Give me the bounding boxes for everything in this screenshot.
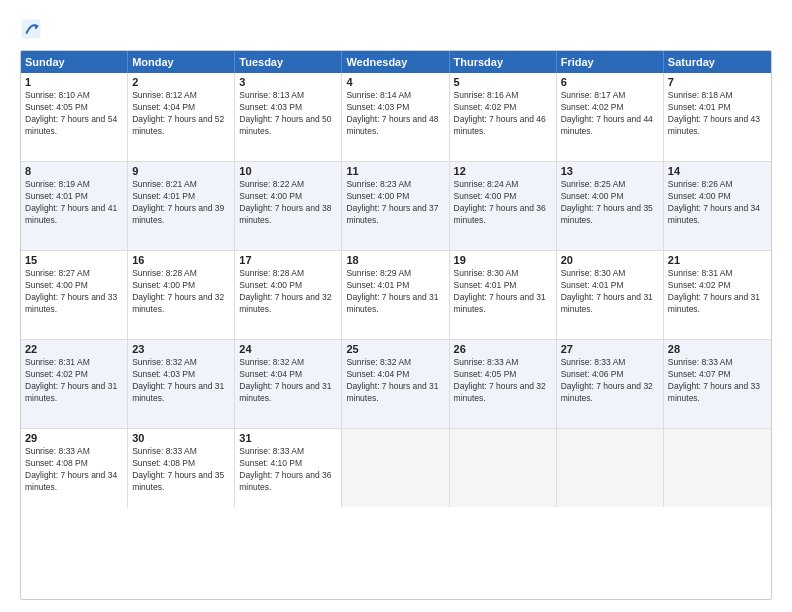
day-number: 16 [132, 254, 230, 266]
day-number: 20 [561, 254, 659, 266]
day-info: Sunrise: 8:33 AMSunset: 4:08 PMDaylight:… [25, 446, 123, 494]
day-cell-15: 15Sunrise: 8:27 AMSunset: 4:00 PMDayligh… [21, 251, 128, 339]
header-cell-monday: Monday [128, 51, 235, 73]
day-info: Sunrise: 8:16 AMSunset: 4:02 PMDaylight:… [454, 90, 552, 138]
logo-icon [20, 18, 42, 40]
calendar-week-5: 29Sunrise: 8:33 AMSunset: 4:08 PMDayligh… [21, 428, 771, 507]
day-number: 7 [668, 76, 767, 88]
day-info: Sunrise: 8:17 AMSunset: 4:02 PMDaylight:… [561, 90, 659, 138]
empty-cell [450, 429, 557, 507]
day-info: Sunrise: 8:14 AMSunset: 4:03 PMDaylight:… [346, 90, 444, 138]
day-info: Sunrise: 8:32 AMSunset: 4:04 PMDaylight:… [239, 357, 337, 405]
day-cell-17: 17Sunrise: 8:28 AMSunset: 4:00 PMDayligh… [235, 251, 342, 339]
empty-cell [557, 429, 664, 507]
header-cell-tuesday: Tuesday [235, 51, 342, 73]
day-cell-18: 18Sunrise: 8:29 AMSunset: 4:01 PMDayligh… [342, 251, 449, 339]
day-info: Sunrise: 8:26 AMSunset: 4:00 PMDaylight:… [668, 179, 767, 227]
day-number: 13 [561, 165, 659, 177]
day-cell-2: 2Sunrise: 8:12 AMSunset: 4:04 PMDaylight… [128, 73, 235, 161]
day-number: 5 [454, 76, 552, 88]
day-cell-10: 10Sunrise: 8:22 AMSunset: 4:00 PMDayligh… [235, 162, 342, 250]
day-info: Sunrise: 8:33 AMSunset: 4:08 PMDaylight:… [132, 446, 230, 494]
day-number: 1 [25, 76, 123, 88]
header-cell-sunday: Sunday [21, 51, 128, 73]
day-number: 17 [239, 254, 337, 266]
header [20, 18, 772, 40]
day-number: 11 [346, 165, 444, 177]
day-number: 6 [561, 76, 659, 88]
day-info: Sunrise: 8:22 AMSunset: 4:00 PMDaylight:… [239, 179, 337, 227]
day-cell-9: 9Sunrise: 8:21 AMSunset: 4:01 PMDaylight… [128, 162, 235, 250]
day-cell-23: 23Sunrise: 8:32 AMSunset: 4:03 PMDayligh… [128, 340, 235, 428]
day-info: Sunrise: 8:33 AMSunset: 4:07 PMDaylight:… [668, 357, 767, 405]
day-cell-5: 5Sunrise: 8:16 AMSunset: 4:02 PMDaylight… [450, 73, 557, 161]
day-cell-4: 4Sunrise: 8:14 AMSunset: 4:03 PMDaylight… [342, 73, 449, 161]
day-number: 10 [239, 165, 337, 177]
day-info: Sunrise: 8:33 AMSunset: 4:06 PMDaylight:… [561, 357, 659, 405]
day-info: Sunrise: 8:18 AMSunset: 4:01 PMDaylight:… [668, 90, 767, 138]
day-cell-29: 29Sunrise: 8:33 AMSunset: 4:08 PMDayligh… [21, 429, 128, 507]
header-cell-thursday: Thursday [450, 51, 557, 73]
day-number: 30 [132, 432, 230, 444]
day-info: Sunrise: 8:12 AMSunset: 4:04 PMDaylight:… [132, 90, 230, 138]
day-number: 18 [346, 254, 444, 266]
day-cell-20: 20Sunrise: 8:30 AMSunset: 4:01 PMDayligh… [557, 251, 664, 339]
calendar-header-row: SundayMondayTuesdayWednesdayThursdayFrid… [21, 51, 771, 73]
day-info: Sunrise: 8:28 AMSunset: 4:00 PMDaylight:… [239, 268, 337, 316]
day-info: Sunrise: 8:30 AMSunset: 4:01 PMDaylight:… [561, 268, 659, 316]
day-number: 31 [239, 432, 337, 444]
day-info: Sunrise: 8:31 AMSunset: 4:02 PMDaylight:… [668, 268, 767, 316]
day-cell-14: 14Sunrise: 8:26 AMSunset: 4:00 PMDayligh… [664, 162, 771, 250]
logo [20, 18, 46, 40]
day-cell-6: 6Sunrise: 8:17 AMSunset: 4:02 PMDaylight… [557, 73, 664, 161]
day-info: Sunrise: 8:27 AMSunset: 4:00 PMDaylight:… [25, 268, 123, 316]
day-cell-27: 27Sunrise: 8:33 AMSunset: 4:06 PMDayligh… [557, 340, 664, 428]
day-info: Sunrise: 8:28 AMSunset: 4:00 PMDaylight:… [132, 268, 230, 316]
day-cell-12: 12Sunrise: 8:24 AMSunset: 4:00 PMDayligh… [450, 162, 557, 250]
day-info: Sunrise: 8:21 AMSunset: 4:01 PMDaylight:… [132, 179, 230, 227]
calendar-week-2: 8Sunrise: 8:19 AMSunset: 4:01 PMDaylight… [21, 161, 771, 250]
day-info: Sunrise: 8:24 AMSunset: 4:00 PMDaylight:… [454, 179, 552, 227]
day-info: Sunrise: 8:10 AMSunset: 4:05 PMDaylight:… [25, 90, 123, 138]
day-cell-1: 1Sunrise: 8:10 AMSunset: 4:05 PMDaylight… [21, 73, 128, 161]
day-cell-25: 25Sunrise: 8:32 AMSunset: 4:04 PMDayligh… [342, 340, 449, 428]
day-info: Sunrise: 8:31 AMSunset: 4:02 PMDaylight:… [25, 357, 123, 405]
empty-cell [342, 429, 449, 507]
day-cell-21: 21Sunrise: 8:31 AMSunset: 4:02 PMDayligh… [664, 251, 771, 339]
day-number: 12 [454, 165, 552, 177]
day-cell-26: 26Sunrise: 8:33 AMSunset: 4:05 PMDayligh… [450, 340, 557, 428]
day-number: 21 [668, 254, 767, 266]
day-info: Sunrise: 8:23 AMSunset: 4:00 PMDaylight:… [346, 179, 444, 227]
page: SundayMondayTuesdayWednesdayThursdayFrid… [0, 0, 792, 612]
day-cell-13: 13Sunrise: 8:25 AMSunset: 4:00 PMDayligh… [557, 162, 664, 250]
day-cell-19: 19Sunrise: 8:30 AMSunset: 4:01 PMDayligh… [450, 251, 557, 339]
day-number: 24 [239, 343, 337, 355]
day-cell-8: 8Sunrise: 8:19 AMSunset: 4:01 PMDaylight… [21, 162, 128, 250]
day-number: 19 [454, 254, 552, 266]
day-number: 27 [561, 343, 659, 355]
day-number: 4 [346, 76, 444, 88]
day-number: 14 [668, 165, 767, 177]
day-cell-24: 24Sunrise: 8:32 AMSunset: 4:04 PMDayligh… [235, 340, 342, 428]
day-info: Sunrise: 8:25 AMSunset: 4:00 PMDaylight:… [561, 179, 659, 227]
day-info: Sunrise: 8:29 AMSunset: 4:01 PMDaylight:… [346, 268, 444, 316]
day-number: 23 [132, 343, 230, 355]
day-info: Sunrise: 8:33 AMSunset: 4:10 PMDaylight:… [239, 446, 337, 494]
day-info: Sunrise: 8:30 AMSunset: 4:01 PMDaylight:… [454, 268, 552, 316]
day-info: Sunrise: 8:33 AMSunset: 4:05 PMDaylight:… [454, 357, 552, 405]
day-cell-7: 7Sunrise: 8:18 AMSunset: 4:01 PMDaylight… [664, 73, 771, 161]
empty-cell [664, 429, 771, 507]
svg-rect-0 [22, 20, 41, 39]
day-cell-16: 16Sunrise: 8:28 AMSunset: 4:00 PMDayligh… [128, 251, 235, 339]
day-cell-11: 11Sunrise: 8:23 AMSunset: 4:00 PMDayligh… [342, 162, 449, 250]
day-number: 15 [25, 254, 123, 266]
day-cell-30: 30Sunrise: 8:33 AMSunset: 4:08 PMDayligh… [128, 429, 235, 507]
calendar-week-1: 1Sunrise: 8:10 AMSunset: 4:05 PMDaylight… [21, 73, 771, 161]
calendar-week-4: 22Sunrise: 8:31 AMSunset: 4:02 PMDayligh… [21, 339, 771, 428]
day-number: 29 [25, 432, 123, 444]
day-info: Sunrise: 8:32 AMSunset: 4:04 PMDaylight:… [346, 357, 444, 405]
day-number: 3 [239, 76, 337, 88]
day-number: 25 [346, 343, 444, 355]
header-cell-saturday: Saturday [664, 51, 771, 73]
day-number: 28 [668, 343, 767, 355]
